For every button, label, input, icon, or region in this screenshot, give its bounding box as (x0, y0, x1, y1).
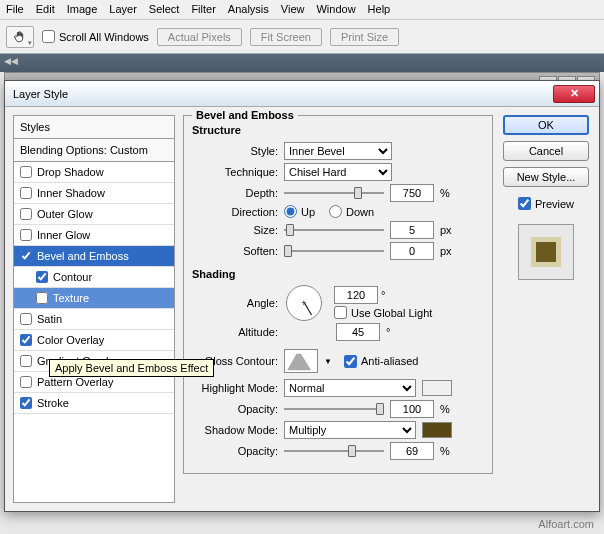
fit-screen-button[interactable]: Fit Screen (250, 28, 322, 46)
bevel-emboss-tooltip: Apply Bevel and Emboss Effect (49, 359, 214, 377)
highlight-mode-label: Highlight Mode: (192, 382, 278, 394)
soften-input[interactable] (390, 242, 434, 260)
settings-panel: Bevel and Emboss Structure Style: Inner … (183, 115, 493, 503)
shadow-mode-select[interactable]: Multiply (284, 421, 416, 439)
ok-button[interactable]: OK (503, 115, 589, 135)
global-light-checkbox[interactable] (334, 306, 347, 319)
effect-inner-glow[interactable]: Inner Glow (14, 225, 174, 246)
texture-checkbox[interactable] (36, 292, 48, 304)
contour-label: Contour (53, 271, 92, 283)
shading-title: Shading (192, 268, 484, 280)
menu-help[interactable]: Help (368, 3, 391, 16)
menu-analysis[interactable]: Analysis (228, 3, 269, 16)
contour-checkbox[interactable] (36, 271, 48, 283)
direction-down-radio[interactable] (329, 205, 342, 218)
gradient-overlay-checkbox[interactable] (20, 355, 32, 367)
inner-glow-checkbox[interactable] (20, 229, 32, 241)
menu-file[interactable]: File (6, 3, 24, 16)
technique-select[interactable]: Chisel Hard (284, 163, 392, 181)
shadow-opacity-slider[interactable] (284, 443, 384, 459)
effect-satin[interactable]: Satin (14, 309, 174, 330)
altitude-input[interactable] (336, 323, 380, 341)
preview-label: Preview (535, 198, 574, 210)
options-bar: Scroll All Windows Actual Pixels Fit Scr… (0, 20, 604, 54)
scroll-all-windows-input[interactable] (42, 30, 55, 43)
watermark: Alfoart.com (538, 518, 594, 530)
styles-header[interactable]: Styles (14, 116, 174, 139)
depth-input[interactable] (390, 184, 434, 202)
dialog-close-button[interactable]: ✕ (553, 85, 595, 103)
effect-drop-shadow[interactable]: Drop Shadow (14, 162, 174, 183)
panel-collapse-icon[interactable]: ◀◀ (4, 56, 18, 66)
angle-input[interactable] (334, 286, 378, 304)
gloss-contour-picker[interactable] (284, 349, 318, 373)
effect-stroke[interactable]: Stroke (14, 393, 174, 414)
direction-up-radio[interactable] (284, 205, 297, 218)
preview-checkbox[interactable] (518, 197, 531, 210)
effect-bevel-emboss[interactable]: Bevel and Emboss (14, 246, 174, 267)
print-size-button[interactable]: Print Size (330, 28, 399, 46)
bevel-emboss-checkbox[interactable] (20, 250, 32, 262)
effect-outer-glow[interactable]: Outer Glow (14, 204, 174, 225)
inner-shadow-checkbox[interactable] (20, 187, 32, 199)
preview-thumbnail (518, 224, 574, 280)
effect-contour[interactable]: Contour (14, 267, 174, 288)
menu-select[interactable]: Select (149, 3, 180, 16)
style-select[interactable]: Inner Bevel (284, 142, 392, 160)
highlight-opacity-input[interactable] (390, 400, 434, 418)
menu-view[interactable]: View (281, 3, 305, 16)
layer-style-dialog: Layer Style ✕ Styles Blending Options: C… (4, 80, 600, 512)
cancel-button[interactable]: Cancel (503, 141, 589, 161)
dialog-titlebar[interactable]: Layer Style ✕ (5, 81, 599, 107)
drop-shadow-checkbox[interactable] (20, 166, 32, 178)
antialiased-checkbox[interactable] (344, 355, 357, 368)
shadow-opacity-unit: % (440, 445, 450, 457)
outer-glow-checkbox[interactable] (20, 208, 32, 220)
size-input[interactable] (390, 221, 434, 239)
menu-filter[interactable]: Filter (191, 3, 215, 16)
soften-label: Soften: (192, 245, 278, 257)
altitude-unit: ° (386, 326, 390, 338)
satin-checkbox[interactable] (20, 313, 32, 325)
hand-tool-icon[interactable] (6, 26, 34, 48)
highlight-mode-select[interactable]: Normal (284, 379, 416, 397)
highlight-color-swatch[interactable] (422, 380, 452, 396)
menu-image[interactable]: Image (67, 3, 98, 16)
structure-title: Structure (192, 124, 484, 136)
depth-label: Depth: (192, 187, 278, 199)
soften-unit: px (440, 245, 452, 257)
shadow-color-swatch[interactable] (422, 422, 452, 438)
blending-options-row[interactable]: Blending Options: Custom (14, 139, 174, 162)
actual-pixels-button[interactable]: Actual Pixels (157, 28, 242, 46)
size-slider[interactable] (284, 222, 384, 238)
angle-dial[interactable]: + (286, 285, 322, 321)
bevel-emboss-fieldset: Bevel and Emboss Structure Style: Inner … (183, 115, 493, 474)
effect-color-overlay[interactable]: Color Overlay (14, 330, 174, 351)
stroke-checkbox[interactable] (20, 397, 32, 409)
antialiased-label: Anti-aliased (361, 355, 418, 367)
depth-slider[interactable] (284, 185, 384, 201)
color-overlay-checkbox[interactable] (20, 334, 32, 346)
shadow-mode-label: Shadow Mode: (192, 424, 278, 436)
scroll-all-windows-checkbox[interactable]: Scroll All Windows (42, 30, 149, 43)
outer-glow-label: Outer Glow (37, 208, 93, 220)
effect-texture[interactable]: Texture (14, 288, 174, 309)
shadow-opacity-label: Opacity: (192, 445, 278, 457)
highlight-opacity-label: Opacity: (192, 403, 278, 415)
menu-layer[interactable]: Layer (109, 3, 137, 16)
direction-down-label: Down (346, 206, 374, 218)
direction-label: Direction: (192, 206, 278, 218)
menu-edit[interactable]: Edit (36, 3, 55, 16)
shadow-opacity-input[interactable] (390, 442, 434, 460)
angle-unit: ° (381, 289, 385, 301)
drop-shadow-label: Drop Shadow (37, 166, 104, 178)
style-label: Style: (192, 145, 278, 157)
color-overlay-label: Color Overlay (37, 334, 104, 346)
pattern-overlay-checkbox[interactable] (20, 376, 32, 388)
soften-slider[interactable] (284, 243, 384, 259)
highlight-opacity-slider[interactable] (284, 401, 384, 417)
new-style-button[interactable]: New Style... (503, 167, 589, 187)
effect-inner-shadow[interactable]: Inner Shadow (14, 183, 174, 204)
size-label: Size: (192, 224, 278, 236)
menu-window[interactable]: Window (316, 3, 355, 16)
